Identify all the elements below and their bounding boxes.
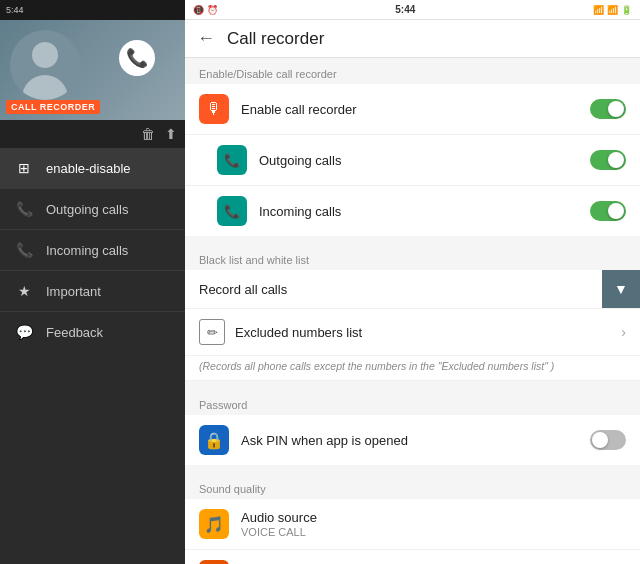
phone-outgoing-icon: 📞: [14, 199, 34, 219]
setting-outgoing[interactable]: 📞 Outgoing calls: [185, 135, 640, 186]
setting-audio-source[interactable]: 🎵 Audio source VOICE CALL: [185, 499, 640, 550]
excluded-note: (Records all phone calls except the numb…: [185, 356, 640, 381]
mic-icon: 🎙: [199, 94, 229, 124]
star-icon: ★: [14, 281, 34, 301]
dropdown-arrow-btn[interactable]: ▼: [602, 270, 640, 308]
section-header-enable: Enable/Disable call recorder: [185, 58, 640, 84]
audio-source-icon: 🎵: [199, 509, 229, 539]
app-badge: CALL RECORDER: [6, 100, 100, 114]
dropdown-row[interactable]: Record all calls Record selected Ignore …: [185, 270, 640, 309]
lock-icon: 🔒: [199, 425, 229, 455]
setting-file-type[interactable]: 📄 File type mp3: [185, 550, 640, 564]
avatar: [10, 30, 80, 100]
outgoing-toggle[interactable]: [590, 150, 626, 170]
phone-incoming-setting-icon: 📞: [217, 196, 247, 226]
section-header-password: Password: [185, 389, 640, 415]
sidebar-item-all-calls[interactable]: ⊞ enable-disable: [0, 148, 185, 188]
sidebar-item-important[interactable]: ★ Important: [0, 271, 185, 311]
chevron-right-icon: ›: [621, 324, 626, 340]
group-password: 🔒 Ask PIN when app is opened: [185, 415, 640, 465]
sidebar-label-important: Important: [46, 284, 101, 299]
file-type-icon: 📄: [199, 560, 229, 564]
excluded-label: Excluded numbers list: [235, 325, 611, 340]
sidebar-item-outgoing-calls[interactable]: 📞 Outgoing calls: [0, 189, 185, 229]
sidebar-label-outgoing: Outgoing calls: [46, 202, 128, 217]
enable-recorder-label: Enable call recorder: [241, 102, 578, 117]
ask-pin-label: Ask PIN when app is opened: [241, 433, 578, 448]
outgoing-label: Outgoing calls: [259, 153, 578, 168]
sidebar-label-feedback: Feedback: [46, 325, 103, 340]
left-status-time: 5:44: [6, 5, 24, 15]
edit-list-icon: ✏: [199, 319, 225, 345]
section-header-sound: Sound quality: [185, 473, 640, 499]
ask-pin-toggle[interactable]: [590, 430, 626, 450]
section-header-blacklist: Black list and white list: [185, 244, 640, 270]
sidebar-item-incoming-calls[interactable]: 📞 Incoming calls: [0, 230, 185, 270]
left-toolbar: 🗑 ⬆: [0, 120, 185, 148]
left-status-bar: 5:44: [0, 0, 185, 20]
incoming-toggle[interactable]: [590, 201, 626, 221]
left-header-image: 📞 CALL RECORDER: [0, 20, 185, 120]
right-status-time: 5:44: [395, 4, 415, 15]
excluded-numbers-row[interactable]: ✏ Excluded numbers list ›: [185, 309, 640, 356]
right-header: ← Call recorder: [185, 20, 640, 58]
call-recorder-header-icon: 📞: [119, 40, 155, 76]
feedback-icon: 💬: [14, 322, 34, 342]
enable-recorder-toggle[interactable]: [590, 99, 626, 119]
signal2-icon: 📶: [607, 5, 618, 15]
group-sound: 🎵 Audio source VOICE CALL 📄 File type mp…: [185, 499, 640, 564]
setting-incoming[interactable]: 📞 Incoming calls: [185, 186, 640, 236]
sidebar-label-incoming: Incoming calls: [46, 243, 128, 258]
right-status-bar: 📵 ⏰ 5:44 📶 📶 🔋: [185, 0, 640, 20]
incoming-label: Incoming calls: [259, 204, 578, 219]
share-icon[interactable]: ⬆: [165, 126, 177, 142]
audio-source-sublabel: VOICE CALL: [241, 526, 626, 538]
phone-incoming-icon: 📞: [14, 240, 34, 260]
battery-icon: 🔋: [621, 5, 632, 15]
right-panel: 📵 ⏰ 5:44 📶 📶 🔋 ← Call recorder Enable/Di…: [185, 0, 640, 564]
sidebar-label-all-calls: enable-disable: [46, 161, 131, 176]
delete-icon[interactable]: 🗑: [141, 126, 155, 142]
settings-scroll[interactable]: Enable/Disable call recorder 🎙 Enable ca…: [185, 58, 640, 564]
phone-outgoing-setting-icon: 📞: [217, 145, 247, 175]
setting-ask-pin[interactable]: 🔒 Ask PIN when app is opened: [185, 415, 640, 465]
signal-icon: 📶: [593, 5, 604, 15]
page-title: Call recorder: [227, 29, 324, 49]
status-icons: 📶 📶 🔋: [593, 5, 632, 15]
setting-enable-recorder[interactable]: 🎙 Enable call recorder: [185, 84, 640, 135]
record-mode-select[interactable]: Record all calls Record selected Ignore …: [185, 272, 602, 307]
back-button[interactable]: ←: [197, 28, 215, 49]
group-enable: 🎙 Enable call recorder 📞 Outgoing calls: [185, 84, 640, 236]
left-panel: 5:44 📞 CALL RECORDER 🗑 ⬆ ⊞ enable-disabl…: [0, 0, 185, 564]
audio-source-label: Audio source: [241, 510, 626, 525]
grid-icon: ⊞: [14, 158, 34, 178]
right-status-icons-left: 📵 ⏰: [193, 5, 218, 15]
sidebar-item-feedback[interactable]: 💬 Feedback: [0, 312, 185, 352]
group-blacklist: Record all calls Record selected Ignore …: [185, 270, 640, 381]
